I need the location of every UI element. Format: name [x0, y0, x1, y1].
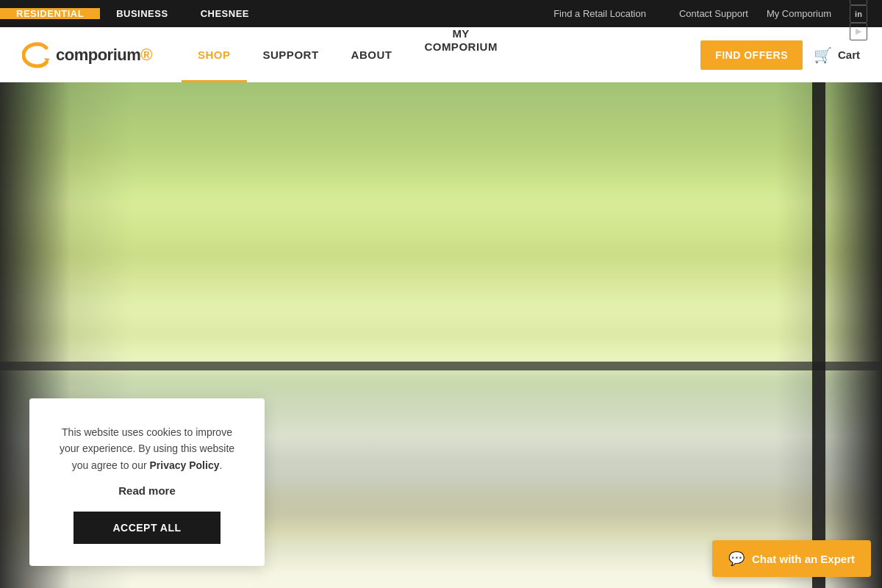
facebook-icon[interactable]: f: [850, 0, 867, 5]
nav-right: FIND OFFERS 🛒 Cart: [700, 40, 860, 70]
tab-bar: RESIDENTIAL BUSINESS CHESNEE: [0, 8, 265, 19]
main-nav: comporium® SHOP SUPPORT ABOUT MY COMPORI…: [0, 27, 882, 82]
chat-label: Chat with an Expert: [752, 553, 855, 565]
chat-icon: 💬: [728, 551, 745, 567]
tab-chesnee[interactable]: CHESNEE: [184, 8, 265, 19]
cart-icon: 🛒: [814, 46, 832, 64]
find-offers-button[interactable]: FIND OFFERS: [700, 40, 803, 70]
tab-residential[interactable]: RESIDENTIAL: [0, 8, 100, 19]
nav-support[interactable]: SUPPORT: [247, 27, 335, 82]
utility-bar: Find a Retail Location Contact Support M…: [539, 0, 882, 27]
logo[interactable]: comporium®: [22, 41, 152, 69]
accept-all-button[interactable]: ACCEPT ALL: [74, 512, 220, 544]
logo-icon: [22, 41, 53, 69]
youtube-icon[interactable]: ▶: [850, 23, 867, 40]
top-row: RESIDENTIAL BUSINESS CHESNEE Find a Reta…: [0, 0, 882, 27]
privacy-policy-link[interactable]: Privacy Policy: [150, 459, 220, 471]
nav-my-comporium[interactable]: MY COMPORIUM: [408, 27, 514, 82]
linkedin-icon[interactable]: in: [850, 5, 867, 23]
cookie-popup: This website uses cookies to improve you…: [29, 398, 265, 566]
top-section: RESIDENTIAL BUSINESS CHESNEE Find a Reta…: [0, 0, 882, 27]
cookie-message: This website uses cookies to improve you…: [51, 424, 243, 473]
window-frame-horizontal: [0, 362, 882, 370]
social-icons: f in ▶: [850, 0, 867, 40]
nav-about[interactable]: ABOUT: [335, 27, 409, 82]
cart-button[interactable]: 🛒 Cart: [814, 46, 860, 64]
contact-support-link[interactable]: Contact Support: [679, 8, 748, 19]
logo-area: comporium®: [22, 41, 152, 69]
chat-widget[interactable]: 💬 Chat with an Expert: [712, 540, 871, 577]
my-comporium-link[interactable]: My Comporium: [767, 8, 831, 19]
window-frame-vertical: [812, 82, 825, 588]
read-more-link[interactable]: Read more: [51, 484, 243, 497]
find-retail-link[interactable]: Find a Retail Location: [539, 0, 661, 27]
nav-links: SHOP SUPPORT ABOUT MY COMPORIUM: [182, 27, 700, 82]
logo-text: comporium®: [56, 46, 152, 65]
hero-section: This website uses cookies to improve you…: [0, 82, 882, 588]
nav-shop[interactable]: SHOP: [182, 27, 247, 82]
tab-business[interactable]: BUSINESS: [100, 8, 184, 19]
